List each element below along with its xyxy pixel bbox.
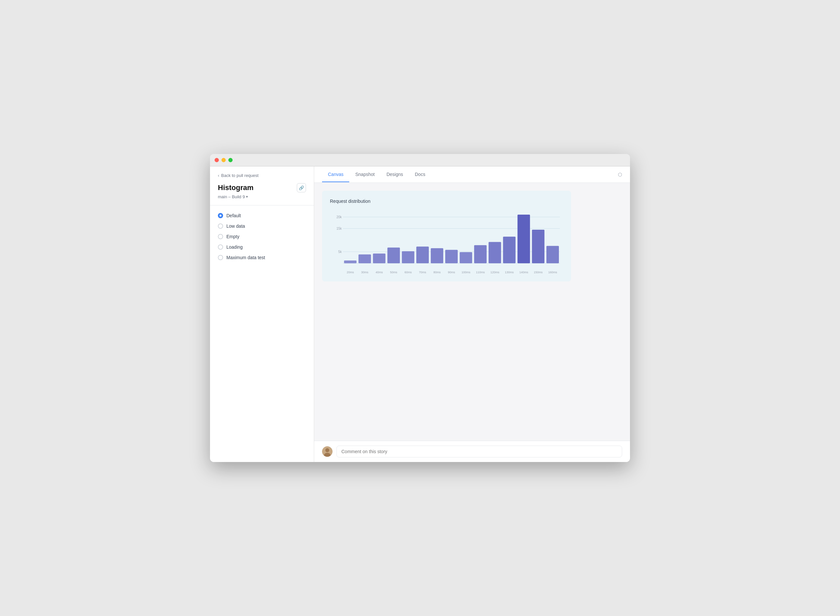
radio-item-loading[interactable]: Loading (215, 242, 309, 252)
radio-circle-default (218, 213, 223, 218)
back-link-label: Back to pull request (221, 173, 258, 178)
svg-text:140ms: 140ms (519, 271, 528, 274)
canvas-area: Request distribution 5k15k20k20ms30ms40m… (314, 183, 630, 441)
tab-docs[interactable]: Docs (409, 167, 431, 182)
titlebar (210, 154, 630, 166)
radio-label-maximum-data-test: Maximum data test (226, 255, 265, 260)
radio-item-low-data[interactable]: Low data (215, 221, 309, 231)
svg-rect-29 (503, 236, 515, 263)
svg-rect-27 (488, 242, 501, 263)
svg-text:30ms: 30ms (361, 271, 369, 274)
svg-rect-17 (416, 247, 429, 263)
svg-rect-7 (344, 261, 356, 263)
branch-label: main – Build 9 (218, 194, 245, 199)
chevron-down-icon: ▾ (246, 195, 248, 199)
svg-point-38 (325, 448, 329, 452)
svg-text:5k: 5k (339, 250, 342, 254)
svg-rect-33 (532, 230, 544, 263)
chart-svg-wrapper: 5k15k20k20ms30ms40ms50ms60ms70ms80ms90ms… (330, 209, 563, 276)
svg-text:90ms: 90ms (448, 271, 455, 274)
content-area: ‹ Back to pull request Histogram 🔗 main … (210, 166, 630, 462)
radio-label-default: Default (226, 213, 241, 218)
svg-text:150ms: 150ms (534, 271, 543, 274)
svg-text:70ms: 70ms (419, 271, 427, 274)
radio-circle-empty (218, 234, 223, 239)
sidebar: ‹ Back to pull request Histogram 🔗 main … (210, 166, 314, 462)
tab-snapshot[interactable]: Snapshot (349, 167, 380, 182)
svg-text:120ms: 120ms (490, 271, 500, 274)
svg-rect-19 (431, 248, 443, 263)
radio-label-loading: Loading (226, 245, 243, 250)
close-button[interactable] (215, 158, 219, 162)
avatar (322, 446, 333, 457)
main-content: CanvasSnapshotDesignsDocs ⬡ Request dist… (314, 166, 630, 462)
tabs: CanvasSnapshotDesignsDocs (322, 167, 618, 182)
svg-rect-35 (547, 246, 559, 263)
chart-container: Request distribution 5k15k20k20ms30ms40m… (322, 191, 571, 282)
svg-text:130ms: 130ms (505, 271, 514, 274)
back-to-pull-request-link[interactable]: ‹ Back to pull request (210, 173, 314, 183)
histogram-chart: 5k15k20k20ms30ms40ms50ms60ms70ms80ms90ms… (330, 209, 563, 275)
external-link-icon[interactable]: ⬡ (618, 172, 622, 177)
radio-circle-loading (218, 245, 223, 250)
svg-rect-9 (358, 255, 371, 263)
radio-label-empty: Empty (226, 234, 239, 239)
branch-selector[interactable]: main – Build 9 ▾ (210, 194, 314, 205)
minimize-button[interactable] (221, 158, 226, 162)
comment-bar (314, 441, 630, 462)
radio-circle-maximum-data-test (218, 255, 223, 260)
svg-text:20k: 20k (336, 215, 342, 219)
tabs-bar: CanvasSnapshotDesignsDocs ⬡ (314, 166, 630, 183)
svg-text:20ms: 20ms (347, 271, 354, 274)
chart-title: Request distribution (330, 199, 563, 204)
main-window: ‹ Back to pull request Histogram 🔗 main … (210, 154, 630, 462)
svg-rect-15 (402, 251, 415, 263)
radio-label-low-data: Low data (226, 223, 245, 229)
radio-item-default[interactable]: Default (215, 211, 309, 220)
sidebar-title-row: Histogram 🔗 (210, 183, 314, 194)
svg-text:160ms: 160ms (548, 271, 557, 274)
radio-item-maximum-data-test[interactable]: Maximum data test (215, 252, 309, 263)
copy-link-button[interactable]: 🔗 (297, 183, 306, 192)
maximize-button[interactable] (228, 158, 233, 162)
comment-input[interactable] (336, 446, 622, 458)
svg-text:40ms: 40ms (375, 271, 383, 274)
sidebar-divider (210, 205, 314, 205)
radio-circle-low-data (218, 223, 223, 229)
svg-rect-11 (373, 254, 385, 263)
svg-text:50ms: 50ms (390, 271, 398, 274)
svg-text:80ms: 80ms (434, 271, 441, 274)
svg-text:110ms: 110ms (476, 271, 485, 274)
sidebar-title: Histogram (218, 183, 254, 192)
svg-text:15k: 15k (336, 227, 342, 230)
link-icon: 🔗 (299, 185, 304, 191)
svg-text:60ms: 60ms (405, 271, 412, 274)
avatar-image (322, 446, 333, 457)
back-arrow-icon: ‹ (218, 173, 219, 178)
tab-designs[interactable]: Designs (381, 167, 409, 182)
radio-item-empty[interactable]: Empty (215, 232, 309, 242)
traffic-lights (215, 158, 233, 162)
svg-rect-21 (445, 250, 458, 263)
svg-rect-23 (460, 252, 472, 263)
radio-group: DefaultLow dataEmptyLoadingMaximum data … (210, 211, 314, 263)
svg-text:100ms: 100ms (462, 271, 471, 274)
svg-rect-31 (517, 215, 530, 263)
svg-rect-13 (387, 247, 400, 263)
tab-canvas[interactable]: Canvas (322, 167, 349, 182)
svg-rect-25 (474, 245, 487, 263)
